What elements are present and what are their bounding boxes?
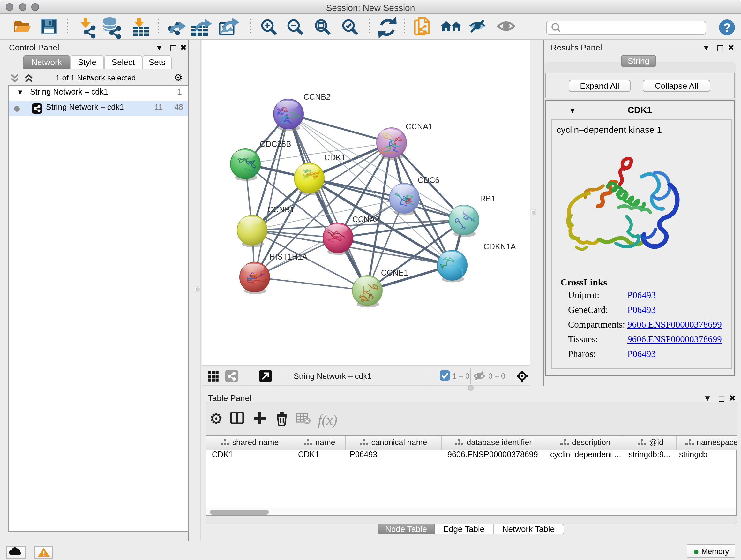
- svg-text:?: ?: [723, 21, 731, 35]
- svg-text:RB1: RB1: [480, 194, 495, 203]
- svg-text:CCNB2: CCNB2: [304, 92, 331, 101]
- svg-text:0 – 0: 0 – 0: [488, 372, 505, 380]
- svg-text:1 – 0: 1 – 0: [453, 372, 469, 380]
- svg-text:CDC6: CDC6: [418, 176, 440, 185]
- svg-text:String Network – cdk1: String Network – cdk1: [293, 372, 372, 381]
- svg-text:CCNB1: CCNB1: [267, 205, 294, 214]
- svg-text:CCNA1: CCNA1: [406, 122, 433, 131]
- svg-text:CDKN1A: CDKN1A: [483, 242, 516, 251]
- svg-text:f(x): f(x): [318, 412, 337, 428]
- svg-text:HIST1H1A: HIST1H1A: [269, 252, 308, 261]
- svg-text:CCNE1: CCNE1: [381, 268, 408, 277]
- svg-text:CDC25B: CDC25B: [260, 139, 291, 148]
- svg-text:CDK1: CDK1: [324, 153, 346, 162]
- svg-text:CCNA2: CCNA2: [352, 215, 380, 224]
- svg-text:⚙: ⚙: [209, 410, 223, 427]
